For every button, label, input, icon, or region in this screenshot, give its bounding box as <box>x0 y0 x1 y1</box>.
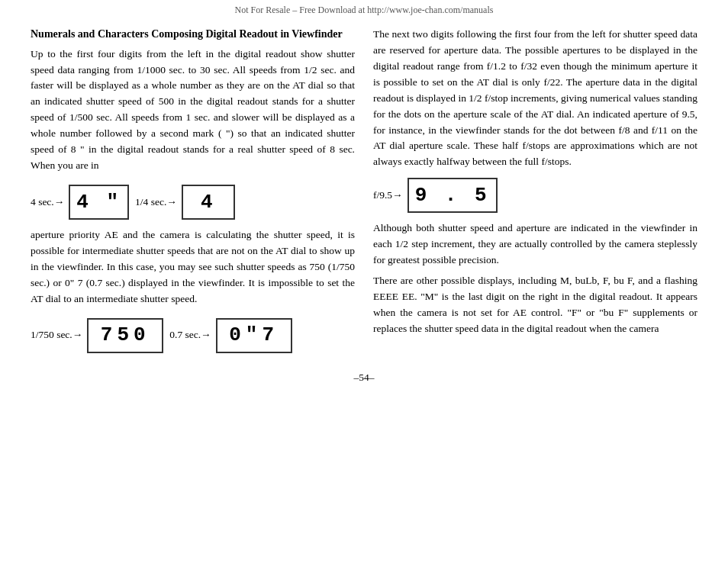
content-area: Numerals and Characters Composing Digita… <box>0 19 728 368</box>
right-para3: There are other possible displays, inclu… <box>373 273 697 337</box>
left-para2: aperture priority AE and the camera is c… <box>31 227 355 307</box>
display4-box: 0″7 <box>216 318 292 353</box>
section-title: Numerals and Characters Composing Digita… <box>31 27 355 42</box>
display2-label: 1/4 sec.→ <box>135 195 177 211</box>
display-row-2: 1/750 sec.→ 750 0.7 sec.→ 0″7 <box>31 318 355 353</box>
footer-text: –54– <box>354 372 375 383</box>
display3-label: 1/750 sec.→ <box>31 327 82 343</box>
left-para1: Up to the first four digits from the lef… <box>31 47 355 174</box>
top-bar-text: Not For Resale – Free Download at http:/… <box>235 5 494 15</box>
display1-box: 4 ″ <box>69 185 129 220</box>
display4-label: 0.7 sec.→ <box>169 327 211 343</box>
display1-label: 4 sec.→ <box>31 195 64 211</box>
right-column: The next two digits following the first … <box>373 27 697 361</box>
right-para2: Although both shutter speed and aperture… <box>373 220 697 269</box>
right-para1: The next two digits following the first … <box>373 27 697 170</box>
aperture-box: 9 . 5 <box>407 178 498 213</box>
display2-box: 4 <box>182 185 235 220</box>
left-column: Numerals and Characters Composing Digita… <box>31 27 355 361</box>
aperture-display-row: f/9.5→ 9 . 5 <box>373 178 697 213</box>
top-bar: Not For Resale – Free Download at http:/… <box>0 0 728 19</box>
display3-box: 750 <box>87 318 163 353</box>
aperture-label: f/9.5→ <box>373 188 403 204</box>
page-footer: –54– <box>0 372 728 390</box>
display-row-1: 4 sec.→ 4 ″ 1/4 sec.→ 4 <box>31 185 355 220</box>
